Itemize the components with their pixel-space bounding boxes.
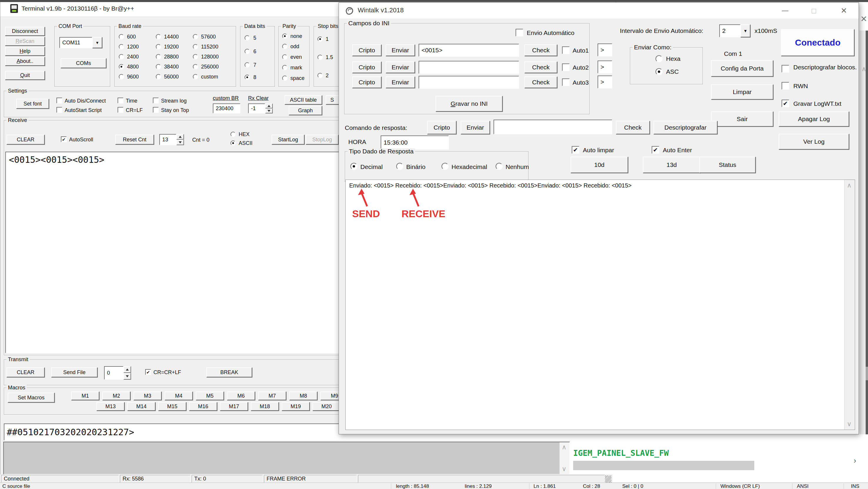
macro-m5-button[interactable]: M5 <box>196 391 224 400</box>
radio-baud-4800[interactable] <box>119 64 124 69</box>
checkbox-time-label[interactable]: Time <box>126 98 137 104</box>
radio-baud-1200[interactable] <box>119 44 124 50</box>
startlog-button[interactable]: StartLog <box>272 135 305 144</box>
radio-rx-ascii-label[interactable]: ASCII <box>239 140 252 146</box>
ver-log-button[interactable]: Ver Log <box>779 134 849 150</box>
campo-3-field[interactable] <box>418 76 519 89</box>
transmit-delay-spinner[interactable] <box>123 366 131 380</box>
auto1-prefix-field[interactable]: > <box>597 43 612 57</box>
radio-parity-mark[interactable] <box>282 65 287 70</box>
radio-hexa-label[interactable]: Hexa <box>666 55 680 62</box>
comando-cripto-button[interactable]: Cripto <box>427 121 457 134</box>
radio-baud-2400[interactable] <box>119 54 124 59</box>
help-button[interactable]: Help <box>5 47 45 56</box>
hora-field[interactable]: 15:36:00 <box>381 135 449 150</box>
cripto-2-button[interactable]: Cripto <box>352 61 381 73</box>
checkbox-cr-lf-label[interactable]: CR=LF <box>126 107 143 113</box>
custom-br-field[interactable]: 230400 <box>213 103 241 113</box>
radio-stopbits-2[interactable] <box>317 73 323 78</box>
radio-rx-ascii[interactable] <box>230 140 236 146</box>
checkbox-stay-on-top[interactable] <box>153 107 159 113</box>
radio-baud-128000[interactable] <box>193 54 198 59</box>
checkbox-auto-enter-label[interactable]: Auto Enter <box>663 146 692 154</box>
radio-baud-28800[interactable] <box>156 54 161 59</box>
ascii-table-button[interactable]: ASCII table <box>284 95 322 105</box>
campo-2-field[interactable] <box>418 61 519 74</box>
checkbox-stay-on-top-label[interactable]: Stay on Top <box>161 107 189 113</box>
set-macros-button[interactable]: Set Macros <box>8 393 55 402</box>
checkbox-stream-log[interactable] <box>153 98 159 103</box>
radio-nenhum-label[interactable]: Nenhum <box>505 163 529 170</box>
radio-baud-4800-label[interactable]: 4800 <box>127 64 139 70</box>
radio-baud-custom[interactable] <box>193 74 198 79</box>
radio-hexadecimal-label[interactable]: Hexadecimal <box>452 163 487 170</box>
comando-check-button[interactable]: Check <box>616 121 650 134</box>
checkbox-cr-crlf[interactable]: ✔ <box>145 369 151 375</box>
radio-parity-space-label[interactable]: space <box>290 75 305 82</box>
rx-clear-field[interactable]: -1 <box>248 103 265 113</box>
transmit-delay-field[interactable]: 0 <box>104 366 123 380</box>
macro-m15-button[interactable]: M15 <box>158 402 186 411</box>
radio-baud-57600[interactable] <box>193 34 198 39</box>
spinner-up-icon[interactable] <box>176 134 184 139</box>
receive-count-spinner[interactable] <box>176 134 184 145</box>
custom-br-label[interactable]: custom BR <box>213 95 239 101</box>
scroll-down-icon[interactable]: ∨ <box>847 421 851 427</box>
radio-databits-8-label[interactable]: 8 <box>253 74 256 80</box>
transmit-clear-button[interactable]: CLEAR <box>6 367 45 377</box>
minimize-button[interactable]: — <box>775 3 796 19</box>
descriptografar-button[interactable]: Descriptografar <box>653 121 717 134</box>
checkbox-autoscroll[interactable]: ✔ <box>61 136 67 142</box>
enviar-1-button[interactable]: Enviar <box>386 44 415 56</box>
radio-baud-28800-label[interactable]: 28800 <box>164 54 179 60</box>
notepad-hscroll-arrow[interactable]: › <box>854 456 856 465</box>
radio-decimal[interactable] <box>350 163 358 170</box>
cripto-3-button[interactable]: Cripto <box>352 76 381 88</box>
checkbox-descriptografar-blocos[interactable] <box>782 65 789 73</box>
enviar-3-button[interactable]: Enviar <box>386 76 415 88</box>
radio-parity-odd[interactable] <box>282 44 287 49</box>
radio-binario[interactable] <box>396 163 403 170</box>
apagar-log-button[interactable]: Apagar Log <box>779 111 849 127</box>
radio-databits-6-label[interactable]: 6 <box>253 48 256 55</box>
radio-baud-9600[interactable] <box>119 74 124 79</box>
radio-baud-256000[interactable] <box>193 64 198 69</box>
spinner-up-icon[interactable] <box>265 103 273 108</box>
check-2-button[interactable]: Check <box>524 61 557 73</box>
radio-asc-label[interactable]: ASC <box>666 68 679 75</box>
radio-stopbits-2-label[interactable]: 2 <box>326 73 329 79</box>
rx-clear-label[interactable]: Rx Clear <box>248 95 269 101</box>
macro-m7-button[interactable]: M7 <box>258 391 286 400</box>
radio-baud-1200-label[interactable]: 1200 <box>127 44 139 50</box>
wintalk-titlebar[interactable]: Wintalk v1.2018 — ◻ ✕ <box>339 3 859 19</box>
radio-baud-19200[interactable] <box>156 44 161 50</box>
radio-baud-256000-label[interactable]: 256000 <box>201 64 219 70</box>
close-button[interactable]: ✕ <box>834 3 854 19</box>
spinner-up-icon[interactable] <box>123 366 131 373</box>
wintalk-log-area[interactable]: Enviado: <0015> Recebido: <0015>Enviado:… <box>345 180 855 430</box>
graph-button[interactable]: Graph <box>289 106 322 115</box>
radio-baud-9600-label[interactable]: 9600 <box>127 74 139 80</box>
checkbox-cr-crlf-label[interactable]: CR=CR+LF <box>153 369 181 376</box>
radio-decimal-label[interactable]: Decimal <box>360 163 383 170</box>
scroll-up-icon[interactable]: ∧ <box>847 182 851 189</box>
send-file-button[interactable]: Send File <box>51 367 98 377</box>
checkbox-auto-limpar[interactable]: ✔ <box>572 146 579 154</box>
cripto-1-button[interactable]: Cripto <box>352 44 381 56</box>
radio-databits-7-label[interactable]: 7 <box>253 62 256 68</box>
checkbox-time[interactable] <box>118 98 123 103</box>
macro-m20-button[interactable]: M20 <box>312 402 341 411</box>
scroll-down-icon[interactable]: ∨ <box>562 466 566 472</box>
disconnect-button[interactable]: Disconnect <box>5 27 45 36</box>
about-button[interactable]: About.. <box>5 57 45 66</box>
macro-m6-button[interactable]: M6 <box>227 391 255 400</box>
radio-databits-8[interactable] <box>245 75 250 80</box>
log-scrollbar[interactable]: ∧ ∨ <box>844 180 855 430</box>
radio-nenhum[interactable] <box>496 163 503 170</box>
spinner-down-icon[interactable] <box>265 108 273 113</box>
checkbox-auto1-label[interactable]: Auto1 <box>572 47 589 54</box>
comando-resposta-field[interactable] <box>494 120 612 134</box>
radio-parity-even[interactable] <box>282 54 287 60</box>
macro-m1-button[interactable]: M1 <box>71 391 99 400</box>
comando-enviar-button[interactable]: Enviar <box>461 121 490 134</box>
